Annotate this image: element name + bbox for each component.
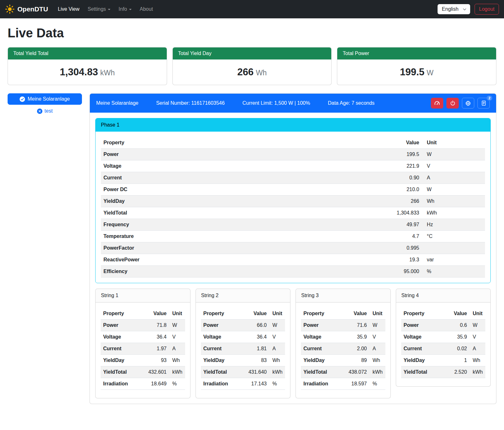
row-value: 19.3 xyxy=(381,254,422,266)
page-title: Live Data xyxy=(8,26,496,40)
limit-settings-button[interactable] xyxy=(431,98,443,109)
row-unit xyxy=(422,242,485,254)
card-header: Total Power xyxy=(337,47,496,59)
row-unit: V xyxy=(470,331,485,343)
phase-table-body: Power199.5WVoltage221.9VCurrent0.90APowe… xyxy=(101,149,485,277)
row-value: 221.9 xyxy=(381,160,422,172)
column-unit: Unit xyxy=(470,308,485,320)
device-info-button[interactable] xyxy=(462,98,474,109)
row-property: YieldDay xyxy=(201,355,244,366)
journal-icon xyxy=(481,100,487,106)
string-card-body: Property Value Unit Power66.0WVoltage36.… xyxy=(196,302,290,398)
nav-item-live-view[interactable]: Live View xyxy=(54,4,84,15)
column-property: Property xyxy=(401,308,445,320)
inverter-selector: Meine Solaranlage test xyxy=(8,93,82,114)
string-card-header: String 3 xyxy=(296,289,390,302)
string-table: Property Value Unit Power66.0WVoltage36.… xyxy=(201,308,285,390)
row-property: Current xyxy=(301,343,344,355)
row-property: YieldTotal xyxy=(201,366,244,378)
table-row: Voltage35.9V xyxy=(401,331,486,343)
row-unit: A xyxy=(269,343,285,355)
power-button[interactable] xyxy=(446,98,459,109)
row-unit: % xyxy=(422,266,485,277)
row-unit: V xyxy=(370,331,385,343)
row-property: Power xyxy=(301,320,344,331)
row-property: Voltage xyxy=(201,331,244,343)
row-property: Power DC xyxy=(101,184,381,196)
row-unit: W xyxy=(422,149,485,160)
row-unit: % xyxy=(169,378,185,390)
inverter-card-header: Meine Solaranlage Serial Number: 1161716… xyxy=(90,94,496,113)
table-row: YieldDay93Wh xyxy=(101,355,185,366)
table-row: Temperature4.7°C xyxy=(101,231,485,242)
row-property: ReactivePower xyxy=(101,254,381,266)
row-unit: W xyxy=(422,184,485,196)
table-row: PowerFactor0.995 xyxy=(101,242,485,254)
row-unit: W xyxy=(269,320,285,331)
table-row: Current0.90A xyxy=(101,172,485,184)
inverter-select-other[interactable]: test xyxy=(37,108,53,114)
row-value: 1.97 xyxy=(144,343,169,355)
row-property: Voltage xyxy=(101,331,144,343)
inverter-serial: Serial Number: 116171603546 xyxy=(156,100,225,106)
summary-cards-row: Total Yield Total 1,304.83kWh Total Yiel… xyxy=(8,47,496,85)
row-value: 35.9 xyxy=(444,331,470,343)
check-circle-icon xyxy=(20,97,25,102)
row-unit: Wh xyxy=(370,355,385,366)
card-unit: kWh xyxy=(100,69,115,77)
row-value: 0.02 xyxy=(444,343,470,355)
column-value: Value xyxy=(244,308,269,320)
sun-icon xyxy=(5,4,15,14)
row-property: Current xyxy=(201,343,244,355)
inverter-select-active-label: Meine Solaranlage xyxy=(28,96,70,102)
row-value: 0.995 xyxy=(381,242,422,254)
column-property: Property xyxy=(301,308,344,320)
table-row: Irradiation18.597% xyxy=(301,378,385,390)
row-value: 2.00 xyxy=(344,343,370,355)
table-header-row: Property Value Unit xyxy=(101,308,185,320)
table-row: YieldDay266Wh xyxy=(101,196,485,207)
table-header-row: Property Value Unit xyxy=(201,308,285,320)
inverter-select-active-button[interactable]: Meine Solaranlage xyxy=(8,93,82,105)
nav-item-info[interactable]: Info xyxy=(115,4,136,15)
language-select[interactable]: English xyxy=(438,4,470,14)
table-row: YieldDay89Wh xyxy=(301,355,385,366)
row-unit: W xyxy=(169,320,185,331)
card-unit: W xyxy=(427,69,434,77)
row-value: 66.0 xyxy=(244,320,269,331)
row-value: 1 xyxy=(444,355,470,366)
logout-button[interactable]: Logout xyxy=(475,4,499,15)
table-row: Power71.6W xyxy=(301,320,385,331)
table-row: Current1.81A xyxy=(201,343,285,355)
card-body: 266Wh xyxy=(173,59,332,85)
table-head: Property Value Unit xyxy=(201,308,285,320)
table-row: Frequency49.97Hz xyxy=(101,219,485,231)
table-row: ReactivePower19.3var xyxy=(101,254,485,266)
table-row: Current1.97A xyxy=(101,343,185,355)
card-unit: Wh xyxy=(256,69,267,77)
nav-item-about[interactable]: About xyxy=(136,4,157,15)
nav-item-settings[interactable]: Settings xyxy=(84,4,115,15)
event-log-button[interactable]: 2 xyxy=(477,98,490,109)
row-unit: V xyxy=(422,160,485,172)
row-unit: % xyxy=(370,378,385,390)
event-count-badge: 2 xyxy=(487,96,492,101)
row-value: 71.8 xyxy=(144,320,169,331)
cpu-icon xyxy=(465,100,471,106)
row-value: 4.7 xyxy=(381,231,422,242)
row-value: 438.072 xyxy=(344,366,370,378)
column-value: Value xyxy=(144,308,169,320)
string-3-card: String 3 Property Value Unit xyxy=(296,289,391,398)
row-value: 36.4 xyxy=(144,331,169,343)
row-unit: A xyxy=(470,343,485,355)
table-row: Current0.02A xyxy=(401,343,486,355)
total-yield-total-card: Total Yield Total 1,304.83kWh xyxy=(8,47,167,85)
row-property: Voltage xyxy=(401,331,445,343)
column-unit: Unit xyxy=(422,137,485,149)
row-property: PowerFactor xyxy=(101,242,381,254)
table-row: Voltage36.4V xyxy=(101,331,185,343)
brand[interactable]: OpenDTU xyxy=(5,4,48,14)
row-value: 1.81 xyxy=(244,343,269,355)
row-unit: Wh xyxy=(269,355,285,366)
row-value: 71.6 xyxy=(344,320,370,331)
